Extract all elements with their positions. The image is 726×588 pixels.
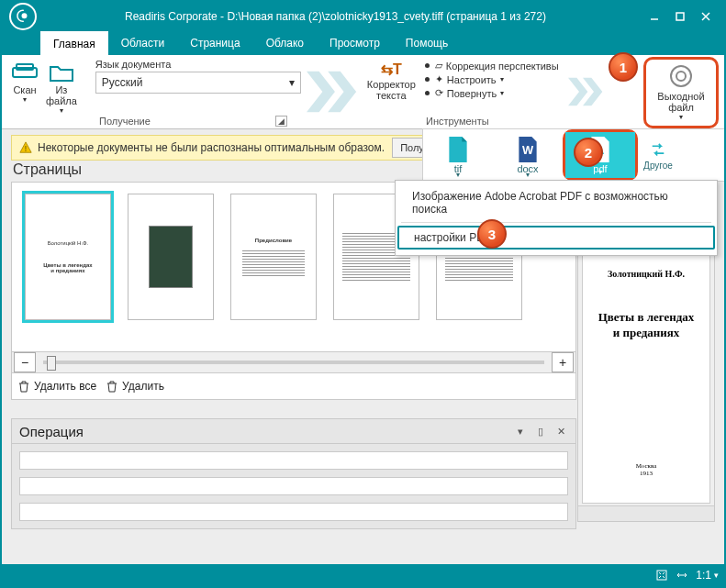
preview-author: Золотницкий Н.Ф.: [608, 269, 685, 279]
group-tools-label: Инструменты: [426, 116, 489, 127]
minimize-button[interactable]: [642, 6, 667, 28]
tab-cloud[interactable]: Облако: [253, 31, 317, 55]
chevron-down-icon: ▾: [714, 571, 719, 580]
trash-icon: [17, 380, 30, 393]
export-tif-button[interactable]: tif▾: [423, 129, 493, 181]
page-thumb-1[interactable]: Болотицкій Н.Ф. Цветы в легендах и преда…: [25, 194, 111, 320]
fit-page-button[interactable]: [655, 569, 668, 582]
panel-close-button[interactable]: ✕: [553, 424, 568, 438]
chevron-down-icon: ▾: [500, 75, 504, 83]
page-thumb-2[interactable]: [128, 194, 214, 320]
callout-badge-3: 3: [477, 219, 507, 249]
delete-all-button[interactable]: Удалить все: [17, 380, 96, 393]
tab-help[interactable]: Помощь: [393, 31, 461, 55]
arrows-decoration-icon: [568, 67, 605, 116]
from-file-label: Из файла: [46, 84, 77, 106]
rotate-icon: ⟳: [435, 87, 443, 99]
tabstrip: Главная Области Страница Облако Просмотр…: [2, 31, 724, 55]
group-get-label: Получение: [99, 116, 151, 127]
pdf-menu-settings[interactable]: настройки PDF: [397, 226, 715, 250]
warning-text: Некоторые документы не были распознаны о…: [38, 141, 385, 154]
page-thumb-3[interactable]: Предисловие: [230, 194, 317, 320]
preview-footer-city: Москва: [636, 462, 657, 470]
trash-icon: [106, 380, 118, 393]
language-value: Русский: [102, 76, 143, 89]
chevron-down-icon: ▾: [23, 95, 27, 104]
callout-badge-1: 1: [609, 52, 638, 82]
chevron-down-icon: ▾: [500, 89, 504, 97]
svg-rect-1: [676, 13, 684, 20]
chevron-down-icon: ▾: [456, 171, 460, 179]
preview-footer-year: 1913: [636, 470, 657, 477]
tab-page[interactable]: Страница: [177, 31, 252, 55]
dialog-launcher-icon[interactable]: ◢: [275, 116, 287, 127]
from-file-button[interactable]: Из файла ▾: [42, 59, 81, 116]
callout-badge-2: 2: [574, 138, 603, 167]
delete-button[interactable]: Удалить: [106, 380, 164, 393]
output-file-button[interactable]: Выходной файл ▾: [650, 63, 712, 122]
svg-rect-9: [657, 571, 666, 580]
file-docx-icon: W: [515, 136, 541, 163]
export-other-button[interactable]: Другое: [638, 129, 678, 181]
chevron-down-icon: ▾: [526, 171, 530, 179]
scanner-icon: [11, 61, 39, 84]
warning-icon: !: [19, 141, 32, 154]
status-bar: 1:1▾: [2, 564, 724, 586]
preview-title: Цветы в легендах и преданиях: [598, 310, 695, 341]
rotate-button[interactable]: ⟳Повернуть▾: [425, 86, 504, 100]
app-logo-icon: [9, 3, 37, 30]
export-docx-button[interactable]: W docx▾: [493, 129, 563, 181]
pdf-menu-searchable[interactable]: Изображение Adobe Acrobat PDF с возможно…: [397, 186, 715, 219]
progress-bar: [19, 477, 568, 495]
pdf-menu: Изображение Adobe Acrobat PDF с возможно…: [395, 180, 718, 256]
progress-bar: [19, 503, 568, 521]
preview-scrollbar[interactable]: [578, 505, 714, 521]
maximize-button[interactable]: [667, 6, 693, 28]
chevron-down-icon: ▾: [289, 76, 295, 89]
operations-panel-header: Операция ▾ ▯ ✕: [11, 418, 576, 444]
svg-text:W: W: [522, 143, 534, 157]
output-target-icon: [670, 65, 692, 87]
perspective-icon: ▱: [435, 60, 442, 72]
perspective-button[interactable]: ▱Коррекция перспективы: [425, 59, 559, 72]
folder-icon: [48, 61, 75, 84]
text-corrector-button[interactable]: ⇆T Корректор текста: [363, 55, 419, 103]
page-preview: Золотницкий Н.Ф. Цветы в легендах и пред…: [577, 234, 715, 522]
zoom-row: − +: [11, 352, 576, 373]
zoom-slider[interactable]: [43, 361, 544, 364]
adjust-icon: ✦: [435, 73, 443, 85]
panel-dropdown-button[interactable]: ▾: [513, 424, 528, 438]
delete-row: Удалить все Удалить: [11, 373, 576, 400]
language-select[interactable]: Русский ▾: [95, 72, 301, 94]
text-corrector-label: Корректор текста: [367, 79, 416, 101]
zoom-in-button[interactable]: +: [552, 352, 574, 372]
zoom-ratio-button[interactable]: 1:1▾: [696, 569, 719, 582]
language-label: Язык документа: [95, 59, 171, 70]
book-cover-icon: [149, 226, 193, 288]
tab-zones[interactable]: Области: [108, 31, 178, 55]
close-button[interactable]: [693, 6, 719, 28]
scan-button[interactable]: Скан ▾: [7, 59, 42, 105]
titlebar: Readiris Corporate - D:\Новая папка (2)\…: [2, 2, 724, 31]
output-label: Выходной файл: [657, 91, 704, 113]
window-title: Readiris Corporate - D:\Новая папка (2)\…: [42, 10, 642, 23]
preview-sheet[interactable]: Золотницкий Н.Ф. Цветы в легендах и пред…: [582, 242, 710, 504]
progress-bar: [19, 451, 568, 470]
chevron-down-icon: ▾: [598, 168, 602, 176]
chevron-down-icon: ▾: [60, 106, 63, 115]
text-corrector-icon: ⇆T: [377, 59, 405, 79]
file-tif-icon: [445, 136, 471, 163]
scan-label: Скан: [13, 84, 36, 95]
tab-home[interactable]: Главная: [40, 31, 108, 55]
fit-width-button[interactable]: [676, 569, 688, 582]
tab-view[interactable]: Просмотр: [317, 31, 393, 55]
adjust-button[interactable]: ✦Настроить▾: [425, 72, 504, 86]
swap-icon: [648, 140, 668, 161]
operations-title: Операция: [19, 424, 84, 439]
panel-pin-button[interactable]: ▯: [533, 424, 548, 438]
zoom-out-button[interactable]: −: [14, 352, 36, 372]
svg-text:!: !: [25, 144, 27, 153]
operations-body: [11, 444, 576, 529]
chevron-down-icon: ▾: [679, 113, 683, 121]
arrows-decoration-icon: [307, 67, 360, 116]
